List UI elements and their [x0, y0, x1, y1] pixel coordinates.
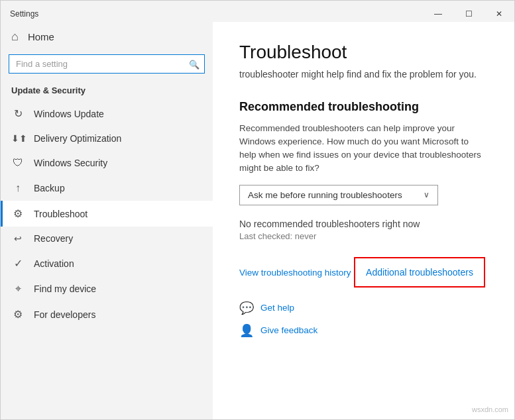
- window-title: Settings: [1, 9, 38, 19]
- search-input[interactable]: [9, 54, 205, 74]
- nav-label-find-my-device: Find my device: [34, 284, 96, 294]
- nav-label-backup: Backup: [34, 183, 65, 193]
- main-content: Troubleshoot troubleshooter might help f…: [213, 22, 514, 419]
- sidebar-item-activation[interactable]: ✓ Activation: [1, 250, 213, 276]
- sidebar-item-recovery[interactable]: ↩ Recovery: [1, 227, 213, 250]
- sidebar-item-delivery-optimization[interactable]: ⬇⬆ Delivery Optimization: [1, 127, 213, 150]
- sidebar: ⌂ Home 🔍 Update & Security ↻ Windows Upd…: [1, 22, 213, 419]
- watermark: wsxdn.com: [472, 405, 508, 413]
- windows-security-icon: 🛡: [11, 157, 25, 169]
- recommended-desc: Recommended troubleshooters can help imp…: [239, 122, 488, 176]
- get-help-icon: 💬: [239, 301, 254, 315]
- for-developers-icon: ⚙: [11, 308, 25, 321]
- sidebar-section-title: Update & Security: [1, 81, 213, 101]
- dropdown-chevron-icon: ∨: [424, 190, 429, 199]
- nav-label-troubleshoot: Troubleshoot: [34, 209, 87, 219]
- troubleshooter-dropdown[interactable]: Ask me before running troubleshooters ∨: [239, 185, 438, 205]
- get-help-label[interactable]: Get help: [260, 303, 294, 313]
- sidebar-item-for-developers[interactable]: ⚙ For developers: [1, 301, 213, 327]
- page-subtitle: troubleshooter might help find and fix t…: [239, 68, 488, 81]
- windows-update-icon: ↻: [11, 107, 25, 120]
- sidebar-item-windows-update[interactable]: ↻ Windows Update: [1, 101, 213, 127]
- recovery-icon: ↩: [11, 233, 25, 244]
- home-icon: ⌂: [11, 30, 19, 44]
- sidebar-item-troubleshoot[interactable]: ⚙ Troubleshoot: [1, 201, 213, 227]
- search-icon[interactable]: 🔍: [189, 59, 200, 69]
- additional-link[interactable]: Additional troubleshooters: [366, 267, 473, 278]
- nav-label-windows-update: Windows Update: [34, 109, 104, 119]
- find-my-device-icon: ⌖: [11, 283, 25, 295]
- give-feedback-row[interactable]: 👤 Give feedback: [239, 323, 488, 338]
- nav-label-delivery-optimization: Delivery Optimization: [34, 133, 121, 144]
- backup-icon: ↑: [11, 182, 25, 194]
- sidebar-item-home[interactable]: ⌂ Home: [1, 22, 213, 52]
- view-history-link[interactable]: View troubleshooting history: [239, 268, 351, 278]
- recommended-section-title: Recommended troubleshooting: [239, 100, 488, 114]
- nav-label-windows-security: Windows Security: [34, 158, 107, 168]
- nav-label-activation: Activation: [34, 258, 74, 269]
- status-title: No recommended troubleshooters right now: [239, 219, 488, 229]
- content-area: ⌂ Home 🔍 Update & Security ↻ Windows Upd…: [1, 22, 514, 419]
- nav-label-recovery: Recovery: [34, 233, 73, 244]
- additional-troubleshooters-box[interactable]: Additional troubleshooters: [354, 257, 485, 288]
- dropdown-value: Ask me before running troubleshooters: [248, 190, 402, 200]
- delivery-optimization-icon: ⬇⬆: [11, 133, 25, 144]
- troubleshoot-icon: ⚙: [11, 207, 25, 220]
- get-help-row[interactable]: 💬 Get help: [239, 301, 488, 315]
- status-sub: Last checked: never: [239, 231, 488, 241]
- nav-label-for-developers: For developers: [34, 309, 95, 320]
- give-feedback-label[interactable]: Give feedback: [260, 325, 317, 335]
- activation-icon: ✓: [11, 257, 25, 270]
- home-label: Home: [28, 31, 54, 42]
- sidebar-item-find-my-device[interactable]: ⌖ Find my device: [1, 276, 213, 301]
- settings-window: Settings — ☐ ✕ ⌂ Home 🔍 Update & Securit…: [0, 0, 515, 420]
- search-box: 🔍: [9, 54, 205, 74]
- sidebar-item-windows-security[interactable]: 🛡 Windows Security: [1, 150, 213, 176]
- sidebar-item-backup[interactable]: ↑ Backup: [1, 176, 213, 201]
- titlebar: Settings — ☐ ✕: [1, 1, 514, 22]
- page-title: Troubleshoot: [239, 42, 488, 63]
- give-feedback-icon: 👤: [239, 323, 254, 338]
